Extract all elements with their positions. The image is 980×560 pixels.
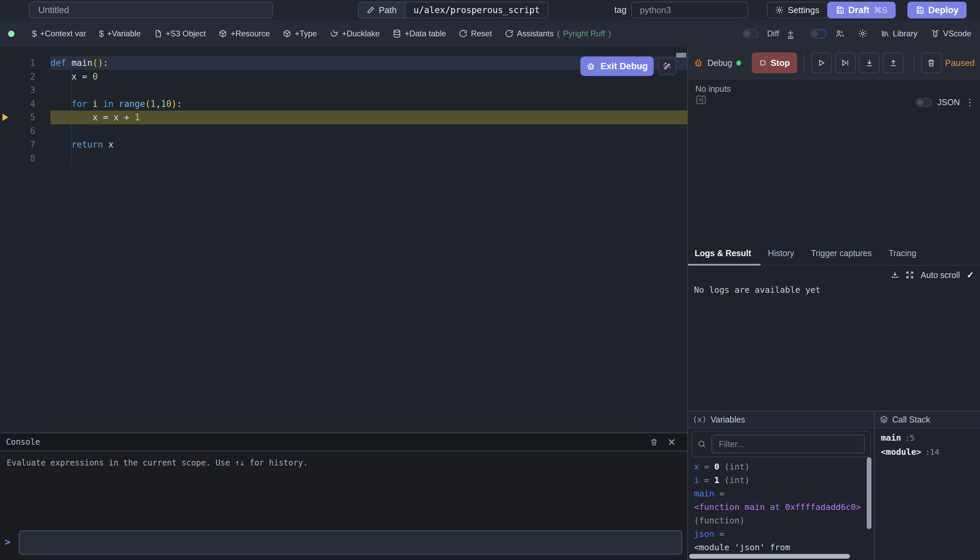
- script-title-input[interactable]: [29, 2, 273, 18]
- kebab-menu-icon[interactable]: ⋮: [965, 98, 975, 107]
- path-control[interactable]: Path u/alex/prosperous_script: [358, 2, 549, 18]
- path-edit-button[interactable]: Path: [359, 2, 405, 18]
- add-ducklake-button[interactable]: +Ducklake: [330, 29, 380, 38]
- code-line-4[interactable]: 4 for i in range(1,10):: [0, 97, 687, 111]
- draft-button[interactable]: Draft ⌘S: [827, 2, 896, 18]
- exit-debug-label: Exit Debug: [600, 61, 647, 72]
- layers-icon: [880, 415, 888, 424]
- play-icon: [817, 58, 826, 67]
- deploy-button[interactable]: Deploy: [907, 2, 967, 18]
- reset-button[interactable]: Reset: [459, 29, 492, 38]
- inputs-area: No inputs JSON ⋮: [688, 80, 980, 241]
- tab-tracing[interactable]: Tracing: [888, 241, 916, 265]
- toggle-knob: [812, 31, 818, 37]
- variable-row[interactable]: <module 'json' from: [694, 540, 874, 554]
- add-s3-object-button[interactable]: +S3 Object: [153, 29, 206, 38]
- code-line-3[interactable]: 3: [0, 83, 687, 97]
- windmill-script-editor: Path u/alex/prosperous_script tag Settin…: [0, 0, 980, 560]
- add-context-var-button[interactable]: $ +Context var: [32, 28, 86, 39]
- code-editor[interactable]: 1def main():2 x = 034 for i in range(1,1…: [0, 47, 687, 433]
- result-tabs: Logs & Result History Trigger captures T…: [688, 241, 980, 265]
- json-toggle[interactable]: [916, 98, 932, 107]
- vscode-button[interactable]: VScode: [931, 29, 971, 38]
- close-icon[interactable]: ✕: [667, 436, 676, 448]
- code-text: x = x + 1: [50, 111, 687, 124]
- assistants-button[interactable]: Assistants ( Pyright Ruff ): [505, 29, 611, 38]
- divider: [914, 54, 915, 72]
- trash-icon[interactable]: [650, 438, 658, 446]
- variable-row[interactable]: main =: [694, 487, 874, 500]
- variable-row[interactable]: x = 0 (int): [694, 460, 874, 473]
- variables-vertical-scrollbar[interactable]: [867, 457, 872, 529]
- tab-trigger-captures[interactable]: Trigger captures: [811, 241, 872, 265]
- call-stack-frame[interactable]: <module>:14: [881, 447, 980, 461]
- add-variable-button[interactable]: $ +Variable: [99, 28, 141, 39]
- settings-button[interactable]: Settings: [767, 2, 827, 18]
- step-into-button[interactable]: [859, 52, 880, 73]
- variable-row[interactable]: (function): [694, 513, 874, 527]
- auto-scroll-label: Auto scroll: [920, 270, 960, 280]
- debug-bottom-panels: (x) Variables x = 0 (int)i = 1 (int)main…: [688, 411, 980, 560]
- add-resource-label: +Resource: [231, 29, 270, 38]
- add-ducklake-label: +Ducklake: [342, 29, 380, 38]
- assistants-names: Pyright Ruff: [563, 29, 605, 38]
- bug-icon: [586, 62, 596, 71]
- exit-debug-button[interactable]: Exit Debug: [581, 57, 654, 76]
- duck-icon: [330, 29, 338, 38]
- expand-icon[interactable]: [906, 271, 914, 279]
- check-icon[interactable]: ✓: [967, 270, 974, 280]
- tab-logs-result[interactable]: Logs & Result: [695, 241, 751, 265]
- variables-horizontal-scrollbar[interactable]: [689, 554, 850, 559]
- logs-toolbar: Auto scroll ✓: [688, 268, 980, 282]
- refresh-icon: [459, 29, 468, 38]
- gear-icon[interactable]: [858, 29, 867, 38]
- stop-button[interactable]: Stop: [752, 52, 797, 73]
- editor-scrollbar-thumb[interactable]: [676, 53, 686, 57]
- collab-toggle[interactable]: [810, 29, 827, 38]
- console-hint: Evaluate expressions in the current scop…: [0, 452, 687, 468]
- prompt-chevron: >: [5, 537, 10, 548]
- variable-row[interactable]: i = 1 (int): [694, 473, 874, 487]
- code-line-5[interactable]: 5 x = x + 1: [0, 111, 687, 124]
- code-line-8[interactable]: 8: [0, 152, 687, 165]
- json-toggle-row: JSON ⋮: [916, 97, 975, 107]
- editor-toolbar: $ +Context var $ +Variable +S3 Object +R…: [0, 20, 980, 47]
- code-line-7[interactable]: 7 return x: [0, 138, 687, 152]
- ai-wand-button[interactable]: [658, 58, 676, 75]
- database-icon: [393, 29, 401, 38]
- add-type-button[interactable]: +Type: [283, 29, 317, 38]
- toolbar-left-group: $ +Context var $ +Variable +S3 Object +R…: [32, 28, 611, 39]
- download-icon[interactable]: [891, 271, 899, 279]
- tab-history[interactable]: History: [768, 241, 794, 265]
- path-value[interactable]: u/alex/prosperous_script: [405, 2, 548, 18]
- clear-debug-button[interactable]: [921, 52, 942, 73]
- plus-minus-icon[interactable]: ±: [788, 28, 793, 39]
- line-number: 1: [14, 58, 50, 68]
- call-stack-frame[interactable]: main:5: [881, 433, 980, 447]
- code-line-6[interactable]: 6: [0, 124, 687, 138]
- add-data-table-button[interactable]: +Data table: [393, 29, 446, 38]
- variables-filter-input[interactable]: [712, 435, 865, 453]
- continue-button[interactable]: [811, 52, 832, 73]
- diff-label: Diff: [767, 29, 779, 38]
- tag-input[interactable]: [631, 2, 748, 18]
- toggle-knob: [917, 99, 923, 105]
- console-input[interactable]: [19, 530, 682, 555]
- users-icon[interactable]: [835, 29, 845, 38]
- paused-status: Paused: [945, 58, 975, 68]
- library-label: Library: [893, 29, 917, 38]
- variables-header: (x) Variables: [688, 412, 874, 428]
- settings-label: Settings: [788, 5, 819, 15]
- assistants-label: Assistants: [517, 29, 554, 38]
- step-out-button[interactable]: [883, 52, 903, 73]
- step-over-button[interactable]: [835, 52, 856, 73]
- toggle-knob: [744, 31, 750, 37]
- file-icon: [153, 29, 162, 38]
- add-context-var-label: +Context var: [40, 29, 86, 38]
- diff-toggle[interactable]: [742, 29, 759, 38]
- json-label: JSON: [937, 97, 960, 107]
- variable-row[interactable]: json =: [694, 527, 874, 540]
- add-resource-button[interactable]: +Resource: [218, 29, 270, 38]
- library-button[interactable]: Library: [881, 29, 917, 38]
- variable-row[interactable]: <function main at 0xffffadadd6c0>: [694, 500, 874, 513]
